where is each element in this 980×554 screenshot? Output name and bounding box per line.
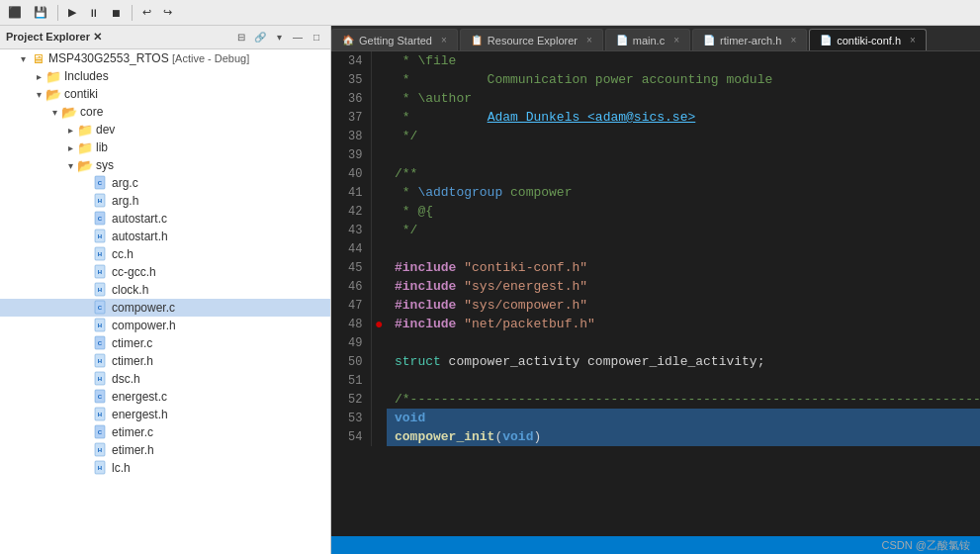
file-svg: H (93, 264, 109, 280)
code-line-39: 39 (331, 145, 980, 164)
file-label-compower.h: compower.h (112, 319, 176, 332)
tab-close-main-c[interactable]: × (673, 35, 679, 46)
file-label-lc.h: lc.h (112, 461, 131, 475)
tree-item-contiki[interactable]: ▾ 📂 contiki (0, 85, 330, 103)
project-tree[interactable]: ▾ 🖥 MSP430G2553_RTOS [Active - Debug] ▸ … (0, 49, 330, 554)
tree-item-cc-gcc-h[interactable]: ▸ H cc-gcc.h (0, 263, 330, 281)
tab-contiki-conf-h[interactable]: 📄 contiki-conf.h × (809, 29, 927, 50)
tree-item-etimer-h[interactable]: ▸ H etimer.h (0, 441, 330, 459)
link-editor-btn[interactable]: 🔗 (252, 30, 268, 46)
file-label-autostart.h: autostart.h (112, 230, 168, 243)
code-editor[interactable]: 34 * \file35 * Communication power accou… (331, 51, 980, 536)
tab-label-getting-started: Getting Started (359, 35, 432, 46)
tree-item-project[interactable]: ▾ 🖥 MSP430G2553_RTOS [Active - Debug] (0, 49, 330, 67)
tree-item-includes[interactable]: ▸ 📁 Includes (0, 67, 330, 85)
tree-toggle-sys[interactable]: ▾ (63, 158, 77, 172)
includes-label: Includes (64, 69, 109, 83)
minimize-btn[interactable]: — (290, 30, 306, 46)
code-line-44: 44 (331, 239, 980, 258)
file-icon-autostart.c: C (93, 211, 109, 227)
tree-item-core[interactable]: ▾ 📂 core (0, 103, 330, 121)
tree-item-autostart-h[interactable]: ▸ H autostart.h (0, 228, 330, 245)
toolbar-btn-back[interactable]: ↩ (138, 4, 155, 21)
file-svg: C (93, 211, 109, 227)
tree-item-compower-h[interactable]: ▸ H compower.h (0, 317, 330, 334)
tab-icon-main-c: 📄 (616, 35, 628, 46)
line-content-43: */ (387, 221, 980, 239)
tree-item-compower-c[interactable]: ▸ C compower.c (0, 299, 330, 317)
tree-toggle-lib[interactable]: ▸ (63, 140, 77, 154)
code-line-50: 50struct compower_activity compower_idle… (331, 352, 980, 371)
main-layout: Project Explorer ✕ ⊟ 🔗 ▾ — □ ▾ 🖥 MSP430G… (0, 26, 980, 554)
tree-item-autostart-c[interactable]: ▸ C autostart.c (0, 210, 330, 228)
line-content-41: * \addtogroup compower (387, 183, 980, 202)
tab-bar: 🏠 Getting Started × 📋 Resource Explorer … (331, 26, 980, 51)
tree-item-sys[interactable]: ▾ 📂 sys (0, 156, 330, 174)
tree-toggle-includes[interactable]: ▸ (32, 69, 45, 83)
line-number-53: 53 (331, 409, 371, 427)
line-gutter-35 (371, 70, 387, 89)
tree-item-arg-c[interactable]: ▸ C arg.c (0, 174, 330, 192)
tab-main-c[interactable]: 📄 main.c × (605, 29, 690, 50)
tree-item-etimer-c[interactable]: ▸ C etimer.c (0, 423, 330, 441)
tree-toggle-dev[interactable]: ▸ (63, 123, 77, 137)
toolbar-btn-stop[interactable]: ⏹ (107, 5, 126, 21)
toolbar-btn-save[interactable]: 💾 (30, 4, 51, 21)
toolbar-btn-run[interactable]: ▶ (64, 4, 80, 21)
svg-text:C: C (98, 180, 103, 186)
file-svg: H (93, 407, 109, 422)
line-content-35: * Communication power accounting module (387, 70, 980, 89)
code-line-45: 45#include "contiki-conf.h" (331, 258, 980, 277)
toolbar-btn-fwd[interactable]: ↪ (159, 4, 176, 21)
line-number-49: 49 (331, 333, 371, 352)
file-svg: H (93, 246, 109, 262)
tree-item-lib[interactable]: ▸ 📁 lib (0, 138, 330, 156)
code-line-41: 41 * \addtogroup compower (331, 183, 980, 202)
code-line-43: 43 */ (331, 221, 980, 239)
tree-item-energest-c[interactable]: ▸ C energest.c (0, 388, 330, 406)
code-line-37: 37 * Adam Dunkels <adam@sics.se> (331, 108, 980, 127)
tab-close-getting-started[interactable]: × (441, 35, 447, 46)
svg-text:C: C (98, 305, 103, 311)
menu-btn[interactable]: ▾ (271, 30, 287, 46)
line-number-42: 42 (331, 202, 371, 221)
tree-item-dev[interactable]: ▸ 📁 dev (0, 121, 330, 138)
contiki-label: contiki (64, 87, 98, 101)
tab-label-main-c: main.c (633, 35, 665, 46)
tree-item-lc-h[interactable]: ▸ H lc.h (0, 459, 330, 477)
tree-item-arg-h[interactable]: ▸ H arg.h (0, 192, 330, 210)
tree-item-energest-h[interactable]: ▸ H energest.h (0, 406, 330, 423)
tree-item-clock-h[interactable]: ▸ H clock.h (0, 281, 330, 299)
tab-close-rtimer[interactable]: × (790, 35, 796, 46)
line-gutter-48: ● (371, 315, 387, 333)
line-gutter-42 (371, 202, 387, 221)
tree-item-ctimer-c[interactable]: ▸ C ctimer.c (0, 334, 330, 352)
code-line-52: 52/*------------------------------------… (331, 390, 980, 409)
tree-toggle-contiki[interactable]: ▾ (32, 87, 45, 101)
line-gutter-44 (371, 239, 387, 258)
svg-text:C: C (98, 394, 103, 400)
tab-getting-started[interactable]: 🏠 Getting Started × (331, 29, 458, 50)
line-content-40: /** (387, 164, 980, 183)
line-gutter-41 (371, 183, 387, 202)
tab-close-contiki-conf[interactable]: × (910, 35, 916, 46)
collapse-all-btn[interactable]: ⊟ (233, 30, 249, 46)
tab-close-resource-explorer[interactable]: × (586, 35, 592, 46)
tree-item-cc-h[interactable]: ▸ H cc.h (0, 245, 330, 263)
line-gutter-39 (371, 145, 387, 164)
toolbar-btn-pause[interactable]: ⏸ (84, 5, 103, 21)
file-label-etimer.c: etimer.c (112, 425, 153, 439)
maximize-btn[interactable]: □ (309, 30, 324, 46)
tab-rtimer-arch-h[interactable]: 📄 rtimer-arch.h × (692, 29, 807, 50)
file-label-arg.c: arg.c (112, 176, 138, 190)
sys-label: sys (96, 158, 114, 172)
tree-toggle-core[interactable]: ▾ (47, 105, 61, 119)
tree-item-ctimer-h[interactable]: ▸ H ctimer.h (0, 352, 330, 370)
line-number-47: 47 (331, 296, 371, 315)
tab-resource-explorer[interactable]: 📋 Resource Explorer × (460, 29, 603, 50)
tree-toggle-project[interactable]: ▾ (16, 51, 30, 65)
file-svg: H (93, 353, 109, 369)
toolbar-btn-new[interactable]: ⬛ (4, 4, 26, 21)
line-gutter-54 (371, 427, 387, 446)
tree-item-dsc-h[interactable]: ▸ H dsc.h (0, 370, 330, 388)
